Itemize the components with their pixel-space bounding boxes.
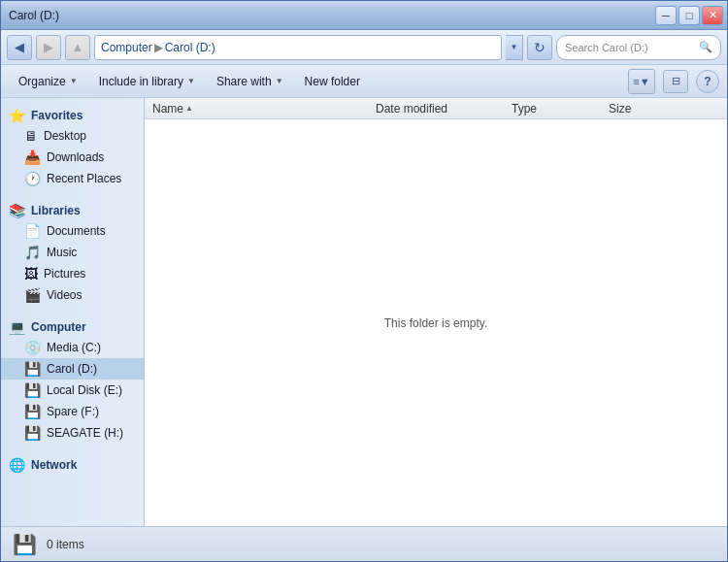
organize-button[interactable]: Organize ▼ [9,69,87,94]
search-icon[interactable]: 🔍 [699,41,712,53]
view-mode-button[interactable]: ≡▼ [629,70,654,93]
sidebar-header-favorites[interactable]: ⭐ Favorites [1,106,144,125]
pane-toggle-button[interactable]: ⊟ [663,70,688,93]
videos-label: Videos [47,288,82,302]
organize-arrow-icon: ▼ [70,77,78,85]
column-size-label: Size [609,102,631,116]
window-controls: ─ □ ✕ [655,6,723,25]
sidebar-header-libraries[interactable]: 📚 Libraries [1,201,144,220]
pictures-label: Pictures [44,267,85,281]
favorites-icon: ⭐ [9,108,25,123]
computer-label: Computer [31,320,86,334]
sidebar-item-downloads[interactable]: 📥 Downloads [1,147,144,168]
sidebar-item-spare-f[interactable]: 💾 Spare (F:) [1,401,144,422]
network-icon: 🌐 [9,457,25,473]
column-date-label: Date modified [376,102,447,116]
libraries-label: Libraries [31,204,81,217]
computer-icon: 💻 [9,319,25,335]
sidebar-item-videos[interactable]: 🎬 Videos [1,284,144,306]
explorer-window: Carol (D:) ─ □ ✕ ◀ ▶ ▲ Computer ▶ Carol … [0,0,728,562]
music-icon: 🎵 [24,245,41,260]
share-with-arrow-icon: ▼ [276,77,283,85]
recent-places-label: Recent Places [47,172,121,185]
local-e-label: Local Disk (E:) [47,383,122,397]
new-folder-label: New folder [305,75,360,88]
sort-arrow-icon: ▲ [185,104,193,113]
libraries-icon: 📚 [9,203,25,218]
sidebar-item-carol-d[interactable]: 💾 Carol (D:) [1,358,144,380]
column-type[interactable]: Type [512,102,609,116]
address-current[interactable]: Carol (D:) [165,41,215,54]
organize-label: Organize [18,75,66,88]
seagate-h-label: SEAGATE (H:) [47,426,123,440]
forward-button[interactable]: ▶ [36,35,61,60]
empty-folder-message: This folder is empty. [384,316,487,330]
music-label: Music [47,246,77,259]
media-c-icon: 💿 [24,340,41,355]
sidebar-item-desktop[interactable]: 🖥 Desktop [1,125,144,147]
main-content: ⭐ Favorites 🖥 Desktop 📥 Downloads 🕐 Rece… [1,98,727,526]
include-library-button[interactable]: Include in library ▼ [89,69,205,94]
spare-f-label: Spare (F:) [47,405,99,418]
minimize-button[interactable]: ─ [655,6,677,25]
sidebar-header-network[interactable]: 🌐 Network [1,455,144,475]
statusbar-item-count: 0 items [47,538,84,551]
sidebar-item-seagate-h[interactable]: 💾 SEAGATE (H:) [1,422,144,444]
search-placeholder-text: Search Carol (D:) [565,42,695,53]
favorites-label: Favorites [31,109,83,122]
carol-d-icon: 💾 [24,361,41,377]
include-library-label: Include in library [99,75,183,88]
recent-places-icon: 🕐 [24,171,41,186]
videos-icon: 🎬 [24,287,41,303]
statusbar-drive-icon: 💾 [13,533,37,556]
address-computer[interactable]: Computer [101,41,152,54]
help-button[interactable]: ? [696,70,719,93]
sidebar-item-pictures[interactable]: 🖼 Pictures [1,263,144,284]
media-c-label: Media (C:) [47,341,101,354]
column-name-label: Name [152,102,183,116]
sidebar-section-favorites: ⭐ Favorites 🖥 Desktop 📥 Downloads 🕐 Rece… [1,106,144,189]
navbar: ◀ ▶ ▲ Computer ▶ Carol (D:) ▼ ↻ Search C… [1,30,727,65]
view-options: ≡▼ [628,69,655,94]
downloads-icon: 📥 [24,149,41,165]
sidebar-item-documents[interactable]: 📄 Documents [1,220,144,242]
new-folder-button[interactable]: New folder [295,69,370,94]
pictures-icon: 🖼 [24,266,38,281]
carol-d-label: Carol (D:) [47,362,97,376]
column-type-label: Type [512,102,537,116]
statusbar: 💾 0 items [1,526,727,561]
sidebar-header-computer[interactable]: 💻 Computer [1,317,144,337]
toolbar: Organize ▼ Include in library ▼ Share wi… [1,65,727,98]
column-size[interactable]: Size [609,102,719,116]
share-with-button[interactable]: Share with ▼ [207,69,293,94]
sidebar-section-network: 🌐 Network [1,455,144,475]
seagate-h-icon: 💾 [24,425,41,441]
address-separator: ▶ [154,41,163,54]
spare-f-icon: 💾 [24,404,41,419]
column-name[interactable]: Name ▲ [152,102,376,116]
up-button[interactable]: ▲ [65,35,90,60]
sidebar-section-computer: 💻 Computer 💿 Media (C:) 💾 Carol (D:) 💾 L… [1,317,144,444]
sidebar-item-media-c[interactable]: 💿 Media (C:) [1,337,144,358]
close-button[interactable]: ✕ [702,6,723,25]
desktop-icon: 🖥 [24,128,38,144]
column-headers: Name ▲ Date modified Type Size [145,98,727,119]
share-with-label: Share with [216,75,272,88]
sidebar-item-local-e[interactable]: 💾 Local Disk (E:) [1,380,144,401]
documents-label: Documents [47,224,106,238]
sidebar: ⭐ Favorites 🖥 Desktop 📥 Downloads 🕐 Rece… [1,98,145,526]
refresh-button[interactable]: ↻ [527,35,552,60]
address-bar[interactable]: Computer ▶ Carol (D:) [94,35,502,60]
address-dropdown-button[interactable]: ▼ [506,35,523,60]
sidebar-item-music[interactable]: 🎵 Music [1,242,144,263]
maximize-button[interactable]: □ [678,6,700,25]
desktop-label: Desktop [44,129,86,143]
titlebar: Carol (D:) ─ □ ✕ [1,1,727,30]
documents-icon: 📄 [24,223,41,239]
sidebar-item-recent-places[interactable]: 🕐 Recent Places [1,168,144,189]
file-list-content: This folder is empty. [145,119,727,526]
sidebar-section-libraries: 📚 Libraries 📄 Documents 🎵 Music 🖼 Pictur… [1,201,144,306]
back-button[interactable]: ◀ [7,35,32,60]
include-library-arrow-icon: ▼ [187,77,195,85]
column-date-modified[interactable]: Date modified [376,102,512,116]
